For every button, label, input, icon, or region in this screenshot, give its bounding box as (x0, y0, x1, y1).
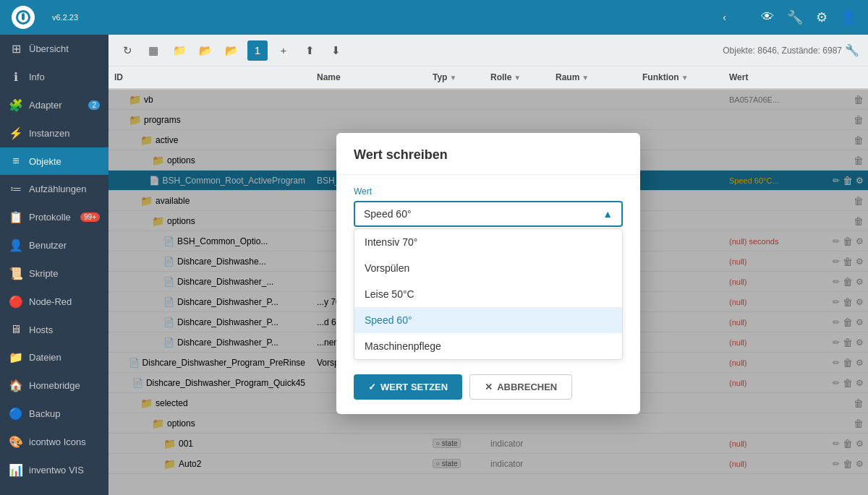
sidebar-item-icontwo[interactable]: 🎨 icontwo Icons (0, 428, 109, 456)
sidebar-item-instanzen[interactable]: ⚡ Instanzen (0, 119, 109, 147)
nav-user-icon[interactable]: 👤 (841, 9, 856, 25)
dropdown-option-intensiv[interactable]: Intensiv 70° (354, 229, 622, 255)
sidebar-label-icontwo: icontwo Icons (29, 436, 86, 447)
sidebar-collapse-button[interactable]: ‹ (723, 12, 726, 23)
settings-icon[interactable]: 🔧 (845, 43, 859, 57)
top-nav-icons: 👁 🔧 ⚙ 👤 (761, 9, 856, 25)
table-body: 📁 vb BA057A06E... 🗑 (109, 90, 868, 495)
sidebar-label-dateien: Dateien (29, 352, 61, 363)
dropdown-option-speed60[interactable]: Speed 60° (354, 307, 622, 333)
sidebar-label-instanzen: Instanzen (29, 128, 69, 139)
confirm-button[interactable]: ✓ WERT SETZEN (354, 374, 462, 400)
app-logo (12, 6, 35, 29)
sidebar-label-node-red: Node-Red (29, 296, 72, 307)
stats-text: Objekte: 8646, Zustände: 6987 (723, 46, 842, 56)
sidebar: ⊞ Übersicht ℹ Info 🧩 Adapter 2 ⚡ Instanz… (0, 35, 109, 495)
value-select-display[interactable]: Speed 60° ▲ (354, 201, 623, 227)
dialog-actions: ✓ WERT SETZEN ✕ ABBRECHEN (336, 374, 640, 414)
header-name: Name (311, 72, 427, 82)
dialog-title: Wert schreiben (336, 133, 640, 175)
sidebar-label-info: Info (29, 72, 45, 82)
header-rolle[interactable]: Rolle ▼ (485, 72, 550, 82)
icontwo-icon: 🎨 (9, 435, 23, 449)
skripte-icon: 📜 (9, 267, 23, 280)
raum-filter-icon: ▼ (582, 74, 589, 82)
folder-blue-button[interactable]: 📂 (221, 40, 242, 61)
top-bar: v6.2.23 ‹ 👁 🔧 ⚙ 👤 (0, 0, 868, 35)
folder-open-button[interactable]: 📂 (195, 40, 216, 61)
sidebar-item-ubersicht[interactable]: ⊞ Übersicht (0, 35, 109, 63)
sidebar-label-adapter: Adapter (29, 100, 62, 111)
node-red-icon: 🔴 (9, 295, 23, 309)
columns-button[interactable]: ▦ (143, 40, 163, 61)
sidebar-item-inventwo[interactable]: 📊 inventwo VIS (0, 456, 109, 484)
sidebar-item-homebridge[interactable]: 🏠 Homebridge (0, 371, 109, 400)
sidebar-item-node-red[interactable]: 🔴 Node-Red (0, 288, 109, 316)
benutzer-icon: 👤 (9, 238, 23, 252)
dropdown-option-leise[interactable]: Leise 50°C (354, 281, 622, 307)
confirm-label: WERT SETZEN (380, 382, 448, 392)
selected-option-label: Speed 60° (364, 208, 412, 220)
dateien-icon: 📁 (9, 350, 23, 364)
x-icon: ✕ (485, 382, 493, 392)
dialog-field-label: Wert (354, 186, 623, 197)
folder-button[interactable]: 📁 (169, 40, 190, 61)
sidebar-label-benutzer: Benutzer (29, 240, 67, 251)
download-button[interactable]: ⬇ (326, 40, 346, 61)
sidebar-item-adapter[interactable]: 🧩 Adapter 2 (0, 91, 109, 119)
protokolle-icon: 📋 (9, 210, 23, 224)
cancel-label: ABBRECHEN (497, 382, 557, 392)
toolbar-stats: Objekte: 8646, Zustände: 6987 🔧 (723, 43, 859, 57)
adapter-icon: 🧩 (9, 98, 23, 112)
dropdown-option-vorspulen[interactable]: Vorspülen (354, 255, 622, 281)
typ-filter-icon: ▼ (449, 74, 456, 82)
funktion-filter-icon: ▼ (681, 74, 689, 82)
add-button[interactable]: + (273, 40, 294, 61)
sidebar-item-skripte[interactable]: 📜 Skripte (0, 259, 109, 288)
inventwo-icon: 📊 (9, 463, 23, 477)
info-icon: ℹ (9, 70, 23, 84)
sidebar-label-inventwo: inventwo VIS (29, 465, 84, 475)
sidebar-item-hosts[interactable]: 🖥 Hosts (0, 316, 109, 343)
sidebar-label-ubersicht: Übersicht (29, 43, 69, 54)
sidebar-label-hosts: Hosts (29, 324, 53, 335)
objekte-icon: ≡ (9, 155, 23, 168)
refresh-button[interactable]: ↻ (117, 40, 137, 61)
header-typ[interactable]: Typ ▼ (427, 72, 485, 82)
content-area: ↻ ▦ 📁 📂 📂 1 + ⬆ ⬇ Objekte: 8646, Zuständ… (109, 35, 868, 495)
main-content: ⊞ Übersicht ℹ Info 🧩 Adapter 2 ⚡ Instanz… (0, 35, 868, 495)
sidebar-item-backup[interactable]: 🔵 Backup (0, 400, 109, 428)
header-raum[interactable]: Raum ▼ (550, 72, 637, 82)
sidebar-item-objekte[interactable]: ≡ Objekte (0, 147, 109, 175)
nav-eye-icon[interactable]: 👁 (761, 9, 774, 25)
dialog-select-container: Speed 60° ▲ Intensiv 70° Vorspülen Leise… (354, 201, 623, 360)
filter-button[interactable]: 1 (247, 40, 268, 61)
nav-wrench-icon[interactable]: 🔧 (787, 9, 803, 25)
rolle-filter-icon: ▼ (514, 74, 521, 82)
toolbar: ↻ ▦ 📁 📂 📂 1 + ⬆ ⬇ Objekte: 8646, Zuständ… (109, 35, 868, 66)
cancel-button[interactable]: ✕ ABBRECHEN (469, 374, 572, 400)
homebridge-icon: 🏠 (9, 379, 23, 392)
hosts-icon: 🖥 (9, 323, 23, 336)
write-value-dialog: Wert schreiben Wert Speed 60° ▲ Intensiv… (336, 133, 640, 414)
sidebar-item-info[interactable]: ℹ Info (0, 63, 109, 91)
app: v6.2.23 ‹ 👁 🔧 ⚙ 👤 ⊞ Übersicht ℹ Info 🧩 A… (0, 0, 868, 495)
nav-gear-icon[interactable]: ⚙ (816, 9, 827, 25)
check-icon: ✓ (368, 382, 376, 392)
sidebar-label-aufzahlungen: Aufzählungen (29, 184, 87, 194)
sidebar-label-skripte: Skripte (29, 268, 58, 279)
sidebar-label-backup: Backup (29, 408, 60, 419)
sidebar-item-dateien[interactable]: 📁 Dateien (0, 343, 109, 371)
protokolle-badge: 99+ (80, 212, 100, 222)
header-id: ID (109, 72, 311, 82)
dropdown-option-maschinenpflege[interactable]: Maschinenpflege (354, 333, 622, 359)
sidebar-item-benutzer[interactable]: 👤 Benutzer (0, 231, 109, 259)
header-funktion[interactable]: Funktion ▼ (637, 72, 723, 82)
app-version: v6.2.23 (52, 13, 78, 22)
sidebar-item-aufzahlungen[interactable]: ≔ Aufzählungen (0, 175, 109, 203)
instanzen-icon: ⚡ (9, 126, 23, 140)
upload-button[interactable]: ⬆ (299, 40, 320, 61)
backup-icon: 🔵 (9, 407, 23, 421)
sidebar-item-protokolle[interactable]: 📋 Protokolle 99+ (0, 203, 109, 231)
header-wert: Wert (723, 72, 868, 82)
